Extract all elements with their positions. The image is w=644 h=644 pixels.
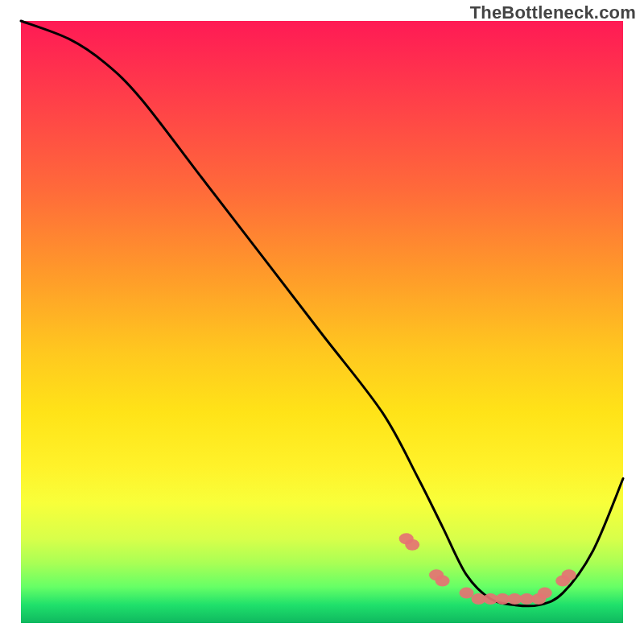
chart-svg	[0, 0, 644, 644]
highlight-beads	[399, 533, 576, 605]
highlight-bead	[436, 576, 450, 587]
bottleneck-curve-line	[21, 21, 623, 606]
highlight-bead	[562, 569, 576, 580]
chart-lines	[21, 21, 623, 606]
watermark-label: TheBottleneck.com	[470, 2, 636, 23]
highlight-bead	[405, 539, 419, 551]
highlight-bead	[538, 588, 552, 599]
bottleneck-chart: TheBottleneck.com	[0, 0, 644, 644]
highlight-bead	[460, 588, 474, 599]
